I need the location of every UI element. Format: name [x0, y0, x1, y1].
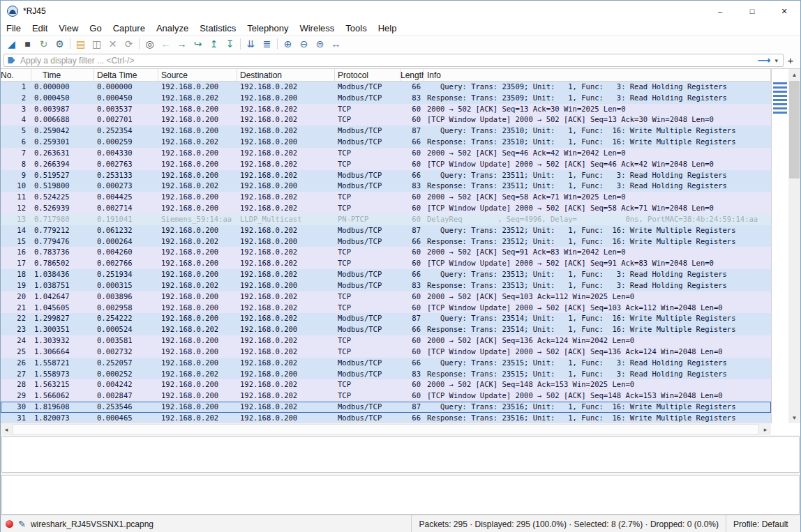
packet-row[interactable]: 261.5587210.252057192.168.0.200192.168.0… — [1, 358, 771, 369]
packet-row[interactable]: 211.0456050.002958192.168.0.200192.168.0… — [1, 303, 771, 314]
resize-columns-button[interactable]: ↔ — [328, 36, 344, 52]
packet-row[interactable]: 110.5242250.004425192.168.0.200192.168.0… — [1, 192, 771, 203]
packet-row[interactable]: 130.7179800.191041Siemens_59:14:aaLLDP_M… — [1, 214, 771, 225]
packet-row[interactable]: 20.0004500.000450192.168.0.202192.168.0.… — [1, 93, 771, 104]
capture-comment-icon[interactable]: ✎ — [18, 519, 26, 529]
zoom-100-button[interactable]: ⊜ — [312, 36, 328, 52]
packet-row[interactable]: 120.5269390.002714192.168.0.200192.168.0… — [1, 203, 771, 214]
profile-selector[interactable]: Profile: Default — [726, 515, 800, 532]
scroll-left-icon[interactable]: ◂ — [1, 423, 12, 435]
capture-options-button[interactable]: ⚙ — [52, 36, 68, 52]
packet-row[interactable]: 251.3066640.002732192.168.0.200192.168.0… — [1, 347, 771, 358]
packet-row[interactable]: 241.3039320.003581192.168.0.200192.168.0… — [1, 335, 771, 347]
filter-bookmark-icon[interactable] — [7, 56, 16, 65]
close-button[interactable]: ✕ — [768, 1, 800, 22]
column-header-time[interactable]: Time — [31, 69, 94, 81]
reload-button[interactable]: ⟳ — [121, 36, 137, 52]
packet-row[interactable]: 271.5589730.000252192.168.0.202192.168.0… — [1, 369, 771, 380]
packet-row[interactable]: 140.7792120.061232192.168.0.200192.168.0… — [1, 225, 771, 236]
packet-cell: 0.000450 — [31, 93, 94, 104]
minimize-button[interactable]: – — [704, 1, 736, 22]
packet-row[interactable]: 281.5632150.004242192.168.0.200192.168.0… — [1, 379, 771, 390]
packet-row[interactable]: 231.3003510.000524192.168.0.202192.168.0… — [1, 324, 771, 335]
packet-cell: 16 — [1, 247, 31, 258]
file-save-button[interactable]: ◫ — [89, 36, 105, 52]
zoom-in-button[interactable]: ⊕ — [280, 36, 296, 52]
packet-row[interactable]: 170.7865020.002766192.168.0.200192.168.0… — [1, 258, 771, 269]
packet-row[interactable]: 221.2998270.254222192.168.0.200192.168.0… — [1, 313, 771, 324]
packet-row[interactable]: 311.8200730.000465192.168.0.202192.168.0… — [1, 413, 771, 423]
menu-item-tools[interactable]: Tools — [340, 23, 372, 33]
scroll-right-icon[interactable]: ▸ — [760, 423, 771, 435]
column-header-length[interactable]: Length — [400, 69, 424, 81]
menu-item-wireless[interactable]: Wireless — [294, 23, 340, 33]
colorize-button[interactable]: ≣ — [259, 36, 275, 52]
vertical-scroll-thumb[interactable] — [789, 81, 800, 178]
menu-item-telephony[interactable]: Telephony — [241, 23, 294, 33]
column-header-source[interactable]: Source — [158, 69, 237, 81]
vertical-scrollbar[interactable]: ▲ ▼ — [788, 69, 800, 423]
zoom-out-button[interactable]: ⊖ — [296, 36, 312, 52]
menu-item-go[interactable]: Go — [84, 23, 107, 33]
packet-row[interactable]: 40.0066880.002701192.168.0.200192.168.0.… — [1, 114, 771, 126]
column-header-no[interactable]: No. — [1, 69, 31, 81]
scroll-up-icon[interactable]: ▲ — [788, 69, 800, 80]
column-header-delta-time[interactable]: Delta Time — [94, 69, 158, 81]
packet-row[interactable]: 60.2593010.000259192.168.0.202192.168.0.… — [1, 137, 771, 148]
go-forward-button[interactable]: → — [174, 36, 190, 52]
scroll-down-icon[interactable]: ▼ — [788, 412, 800, 423]
capture-start-button[interactable]: ◢ — [3, 36, 20, 52]
packet-row[interactable]: 160.7837360.004260192.168.0.200192.168.0… — [1, 247, 771, 258]
go-back-button[interactable]: ← — [158, 36, 174, 52]
go-first-button[interactable]: ↥ — [206, 36, 222, 52]
add-filter-button[interactable]: + — [784, 54, 798, 66]
packet-cell: 1.563215 — [31, 379, 94, 390]
apply-filter-icon[interactable]: ⟶ — [758, 55, 771, 66]
packet-row[interactable]: 30.0039870.003537192.168.0.200192.168.0.… — [1, 104, 771, 115]
intelligent-scrollbar-minimap — [771, 69, 788, 423]
column-header-destination[interactable]: Destination — [237, 69, 335, 81]
menu-item-analyze[interactable]: Analyze — [151, 23, 194, 33]
packet-row[interactable]: 201.0426470.003896192.168.0.200192.168.0… — [1, 291, 771, 303]
go-to-packet-button[interactable]: ↪ — [190, 36, 206, 52]
packet-row[interactable]: 80.2663940.002763192.168.0.200192.168.0.… — [1, 159, 771, 170]
filter-dropdown-caret-icon[interactable]: ▾ — [774, 57, 778, 64]
menu-item-capture[interactable]: Capture — [107, 23, 151, 33]
horizontal-scrollbar[interactable]: ◂ ▸ — [1, 423, 771, 435]
packet-cell: 192.168.0.202 — [158, 280, 237, 291]
capture-stop-button[interactable]: ■ — [20, 36, 36, 52]
packet-row[interactable]: 50.2590420.252354192.168.0.200192.168.0.… — [1, 126, 771, 137]
file-close-button[interactable]: ✕ — [105, 36, 121, 52]
packet-cell: 2000 → 502 [ACK] Seq=136 Ack=124 Win=204… — [424, 335, 771, 347]
packet-row[interactable]: 100.5198000.000273192.168.0.202192.168.0… — [1, 181, 771, 192]
packet-cell: 0.002958 — [94, 303, 158, 314]
file-open-button[interactable]: ▤ — [73, 36, 89, 52]
packet-cell: TCP — [335, 104, 400, 115]
packet-row[interactable]: 90.5195270.253133192.168.0.200192.168.0.… — [1, 170, 771, 181]
packet-row[interactable]: 191.0387510.000315192.168.0.202192.168.0… — [1, 280, 771, 291]
packet-row[interactable]: 70.2636310.004330192.168.0.200192.168.0.… — [1, 148, 771, 159]
menu-item-view[interactable]: View — [53, 23, 84, 33]
go-last-button[interactable]: ↧ — [222, 36, 238, 52]
main-toolbar: ◢■↻⚙▤◫✕⟳◎←→↪↥↧⇊≣⊕⊖⊜↔ — [1, 35, 800, 52]
column-header-info[interactable]: Info — [424, 69, 771, 81]
capture-restart-button[interactable]: ↻ — [36, 36, 52, 52]
packet-row[interactable]: 181.0384360.251934192.168.0.200192.168.0… — [1, 269, 771, 280]
packet-cell: 0.000259 — [94, 137, 158, 148]
packet-row[interactable]: 150.7794760.000264192.168.0.202192.168.0… — [1, 236, 771, 248]
menu-item-help[interactable]: Help — [373, 23, 403, 33]
packet-cell: 192.168.0.200 — [158, 104, 237, 115]
horizontal-scroll-thumb[interactable] — [13, 424, 759, 435]
menu-item-file[interactable]: File — [1, 23, 27, 33]
display-filter-input[interactable] — [19, 55, 756, 66]
column-header-protocol[interactable]: Protocol — [335, 69, 400, 81]
packet-row[interactable]: 10.0000000.000000192.168.0.200192.168.0.… — [1, 82, 771, 93]
autoscroll-button[interactable]: ⇊ — [243, 36, 259, 52]
packet-row[interactable]: 291.5660620.002847192.168.0.200192.168.0… — [1, 390, 771, 402]
expert-info-icon[interactable] — [6, 520, 13, 528]
packet-row[interactable]: 301.8196080.253546192.168.0.200192.168.0… — [1, 402, 771, 413]
find-packet-button[interactable]: ◎ — [142, 36, 158, 52]
menu-item-edit[interactable]: Edit — [27, 23, 53, 33]
maximize-button[interactable]: □ — [736, 1, 768, 22]
menu-item-statistics[interactable]: Statistics — [194, 23, 241, 33]
